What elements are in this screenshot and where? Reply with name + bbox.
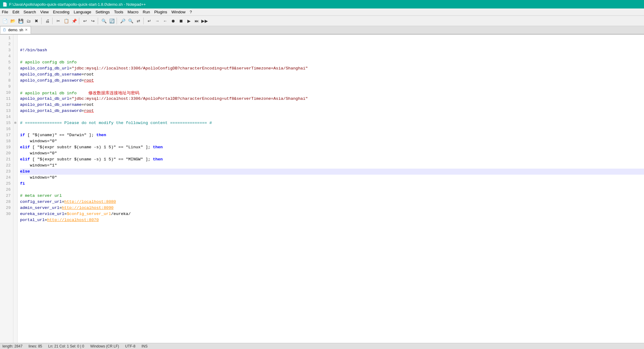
menu-item-view[interactable]: View bbox=[40, 10, 49, 14]
indent-button[interactable]: → bbox=[154, 17, 161, 25]
fold-icon-12 bbox=[13, 102, 17, 108]
code-line-28: eureka_service_url=$config_server_url/eu… bbox=[20, 211, 644, 217]
menu-item-language[interactable]: Language bbox=[74, 10, 91, 14]
status-bar: length: 2847lines: 85Ln: 21 Col: 1 Sel: … bbox=[0, 343, 644, 349]
code-line-23: fi bbox=[20, 181, 644, 187]
status-item: lines: 85 bbox=[29, 344, 42, 348]
code-line-1: #!/bin/bash bbox=[20, 47, 644, 53]
status-item: UTF-8 bbox=[125, 344, 135, 348]
menu-item-macro[interactable]: Macro bbox=[128, 10, 138, 14]
macro-play-button[interactable]: ▶ bbox=[185, 17, 193, 25]
open-button[interactable]: 📂 bbox=[9, 17, 16, 25]
line-num-22: 22 bbox=[2, 163, 11, 169]
menu-item-file[interactable]: File bbox=[2, 10, 8, 14]
code-line-3: # apollo config db info bbox=[20, 59, 644, 65]
menu-item-?[interactable]: ? bbox=[190, 10, 192, 14]
line-num-6: 6 bbox=[2, 65, 11, 72]
menu-item-tools[interactable]: Tools bbox=[114, 10, 123, 14]
fold-icon-10 bbox=[13, 90, 17, 96]
line-num-4: 4 bbox=[2, 53, 11, 59]
title-bar: 📄 F:\Java\Apollo\apollo-quick-start\apol… bbox=[0, 0, 644, 8]
line-num-11: 11 bbox=[2, 96, 11, 102]
code-area[interactable]: #!/bin/bash # apollo config db infoapoll… bbox=[18, 35, 644, 343]
line-num-24: 24 bbox=[2, 175, 11, 181]
line-num-13: 13 bbox=[2, 108, 11, 114]
fold-icon-7 bbox=[13, 72, 17, 78]
toolbar: 📄 📂 💾 🗂 ✖ 🖨 ✂ 📋 📌 ↩ ↪ 🔍 🔄 🔎 🔍 ⇄ ↵ → ← ⏺ … bbox=[0, 16, 644, 26]
sync-scroll-button[interactable]: ⇄ bbox=[135, 17, 142, 25]
code-line-18: windows="0" bbox=[20, 150, 644, 156]
save-all-button[interactable]: 🗂 bbox=[25, 17, 32, 25]
menu-item-run[interactable]: Run bbox=[143, 10, 150, 14]
line-num-21: 21 bbox=[2, 156, 11, 163]
zoom-in-button[interactable]: 🔎 bbox=[119, 17, 126, 25]
paste-button[interactable]: 📌 bbox=[70, 17, 78, 25]
fold-icon-19 bbox=[13, 144, 17, 150]
fold-icon-1 bbox=[13, 35, 17, 41]
cut-button[interactable]: ✂ bbox=[55, 17, 62, 25]
code-line-25: # meta server url bbox=[20, 193, 644, 199]
tab-demo-sh[interactable]: 🗒 demo. sh ✕ bbox=[0, 26, 31, 34]
line-num-8: 8 bbox=[2, 78, 11, 84]
toolbar-sep-2 bbox=[52, 18, 53, 24]
fold-icon-15[interactable]: ⊟ bbox=[13, 120, 17, 126]
code-line-24 bbox=[20, 187, 644, 193]
word-wrap-button[interactable]: ↵ bbox=[146, 17, 153, 25]
app-icon: 📄 bbox=[2, 2, 7, 7]
tab-label: demo. sh bbox=[8, 28, 23, 32]
menu-bar: FileEditSearchViewEncodingLanguageSettin… bbox=[0, 8, 644, 16]
code-line-2 bbox=[20, 53, 644, 59]
print-button[interactable]: 🖨 bbox=[44, 17, 51, 25]
line-num-5: 5 bbox=[2, 59, 11, 65]
line-num-16: 16 bbox=[2, 126, 11, 132]
zoom-out-button[interactable]: 🔍 bbox=[127, 17, 134, 25]
fold-icon-16 bbox=[13, 126, 17, 132]
line-num-25: 25 bbox=[2, 181, 11, 187]
menu-item-window[interactable]: Window bbox=[172, 10, 186, 14]
macro-save-button[interactable]: ⏭ bbox=[193, 17, 200, 25]
menu-item-search[interactable]: Search bbox=[23, 10, 36, 14]
code-line-17: elif [ "$(expr substr $(uname -s) 1 5)" … bbox=[20, 144, 644, 150]
run-button[interactable]: ▶▶ bbox=[201, 17, 208, 25]
close-button[interactable]: ✖ bbox=[33, 17, 40, 25]
new-button[interactable]: 📄 bbox=[1, 17, 9, 25]
find-button[interactable]: 🔍 bbox=[100, 17, 107, 25]
status-item: INS bbox=[141, 344, 148, 348]
editor-container: 1234567891011121314151617181920212223242… bbox=[0, 35, 644, 343]
menu-item-edit[interactable]: Edit bbox=[12, 10, 19, 14]
line-num-17: 17 bbox=[2, 132, 11, 138]
deindent-button[interactable]: ← bbox=[162, 17, 169, 25]
status-item: length: 2847 bbox=[2, 344, 22, 348]
fold-icon-26 bbox=[13, 187, 17, 193]
menu-item-encoding[interactable]: Encoding bbox=[53, 10, 70, 14]
line-num-19: 19 bbox=[2, 144, 11, 150]
code-line-6: apollo_config_db_password=root bbox=[20, 78, 644, 84]
code-line-8: # apollo portal db info 修改数据库连接地址与密码 bbox=[20, 90, 644, 96]
fold-icon-30 bbox=[13, 211, 17, 217]
redo-button[interactable]: ↪ bbox=[89, 17, 97, 25]
line-num-10: 10 bbox=[2, 90, 11, 96]
fold-icon-25 bbox=[13, 181, 17, 187]
undo-button[interactable]: ↩ bbox=[81, 17, 89, 25]
fold-icon-5 bbox=[13, 59, 17, 65]
menu-item-plugins[interactable]: Plugins bbox=[154, 10, 167, 14]
fold-icon-22 bbox=[13, 163, 17, 169]
menu-item-settings[interactable]: Settings bbox=[96, 10, 110, 14]
code-line-12 bbox=[20, 114, 644, 120]
replace-button[interactable]: 🔄 bbox=[108, 17, 115, 25]
line-num-15: 15 bbox=[2, 120, 11, 126]
toolbar-sep-5 bbox=[117, 18, 118, 24]
line-numbers: 1234567891011121314151617181920212223242… bbox=[0, 35, 13, 343]
tab-close-button[interactable]: ✕ bbox=[25, 28, 28, 32]
code-line-11: apollo_portal_db_password=root bbox=[20, 108, 644, 114]
macro-stop-button[interactable]: ⏹ bbox=[177, 17, 185, 25]
copy-button[interactable]: 📋 bbox=[63, 17, 70, 25]
code-line-21: else bbox=[20, 169, 644, 175]
line-num-2: 2 bbox=[2, 41, 11, 47]
fold-icon-17 bbox=[13, 132, 17, 138]
fold-icon-23 bbox=[13, 169, 17, 175]
macro-record-button[interactable]: ⏺ bbox=[169, 17, 177, 25]
save-button[interactable]: 💾 bbox=[17, 17, 24, 25]
fold-icon-11 bbox=[13, 96, 17, 102]
code-line-15: if [ "$(uname)" == "Darwin" ]; then bbox=[20, 132, 644, 138]
